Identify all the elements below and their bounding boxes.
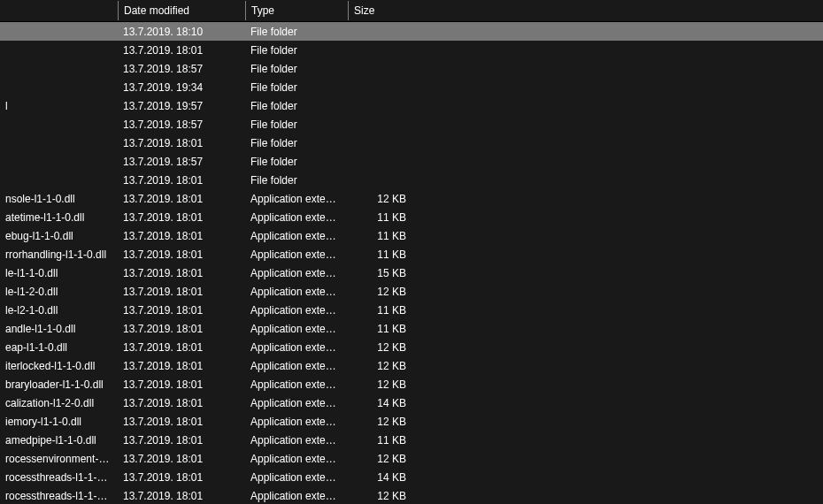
file-date-cell: 13.7.2019. 18:57 <box>118 117 245 133</box>
file-type-cell: File folder <box>245 42 348 58</box>
table-row[interactable]: ebug-l1-1-0.dll13.7.2019. 18:01Applicati… <box>0 226 823 245</box>
file-name-cell: le-l1-2-0.dll <box>0 284 118 300</box>
table-row[interactable]: rocessthreads-l1-1-1.dll13.7.2019. 18:01… <box>0 486 823 504</box>
column-header-type[interactable]: Type <box>245 1 348 20</box>
file-size-cell: 12 KB <box>348 414 417 430</box>
table-row[interactable]: andle-l1-1-0.dll13.7.2019. 18:01Applicat… <box>0 319 823 338</box>
file-date-cell: 13.7.2019. 18:01 <box>118 284 245 300</box>
file-type-cell: Application exten… <box>245 247 348 263</box>
file-type-cell: Application exten… <box>245 191 348 207</box>
file-type-cell: Application exten… <box>245 395 348 411</box>
table-row[interactable]: amedpipe-l1-1-0.dll13.7.2019. 18:01Appli… <box>0 431 823 449</box>
file-size-cell <box>348 67 417 71</box>
file-name-cell: rocessenvironment-l1… <box>0 451 118 467</box>
file-size-cell <box>348 141 417 145</box>
table-row[interactable]: braryloader-l1-1-0.dll13.7.2019. 18:01Ap… <box>0 375 823 393</box>
column-header-row: Date modified Type Size <box>0 0 823 22</box>
file-type-cell: Application exten… <box>245 488 348 504</box>
file-size-cell: 12 KB <box>348 377 417 393</box>
table-row[interactable]: nsole-l1-1-0.dll13.7.2019. 18:01Applicat… <box>0 189 823 208</box>
file-list: Date modified Type Size 13.7.2019. 18:10… <box>0 0 823 504</box>
file-date-cell: 13.7.2019. 18:01 <box>118 340 245 355</box>
file-type-cell: File folder <box>245 80 348 95</box>
file-size-cell: 11 KB <box>348 210 417 225</box>
file-size-cell: 11 KB <box>348 302 417 318</box>
file-date-cell: 13.7.2019. 18:01 <box>118 358 245 374</box>
table-row[interactable]: le-l1-2-0.dll13.7.2019. 18:01Application… <box>0 282 823 301</box>
file-date-cell: 13.7.2019. 19:34 <box>118 80 245 95</box>
file-size-cell <box>348 49 417 52</box>
file-type-cell: Application exten… <box>245 470 348 485</box>
table-row[interactable]: 13.7.2019. 18:01File folder <box>0 41 823 59</box>
table-row[interactable]: rocessthreads-l1-1-0.dll13.7.2019. 18:01… <box>0 468 823 486</box>
file-name-cell: iemory-l1-1-0.dll <box>0 414 118 430</box>
file-date-cell: 13.7.2019. 18:01 <box>118 42 245 58</box>
file-name-cell: le-l2-1-0.dll <box>0 302 118 318</box>
file-size-cell: 12 KB <box>348 191 417 207</box>
file-date-cell: 13.7.2019. 19:57 <box>118 98 245 114</box>
file-name-cell: le-l1-1-0.dll <box>0 265 118 281</box>
table-row[interactable]: 13.7.2019. 18:57File folder <box>0 59 823 78</box>
file-type-cell: File folder <box>245 24 348 40</box>
file-size-cell <box>348 30 417 34</box>
table-row[interactable]: iterlocked-l1-1-0.dll13.7.2019. 18:01App… <box>0 356 823 375</box>
file-date-cell: 13.7.2019. 18:01 <box>118 191 245 207</box>
file-size-cell: 11 KB <box>348 228 417 244</box>
table-row[interactable]: le-l2-1-0.dll13.7.2019. 18:01Application… <box>0 301 823 319</box>
file-type-cell: Application exten… <box>245 284 348 300</box>
file-date-cell: 13.7.2019. 18:01 <box>118 228 245 244</box>
column-header-date[interactable]: Date modified <box>118 1 245 20</box>
table-row[interactable]: 13.7.2019. 18:01File folder <box>0 134 823 152</box>
file-name-cell: amedpipe-l1-1-0.dll <box>0 432 118 448</box>
file-name-cell: braryloader-l1-1-0.dll <box>0 377 118 393</box>
table-row[interactable]: iemory-l1-1-0.dll13.7.2019. 18:01Applica… <box>0 412 823 431</box>
file-size-cell: 12 KB <box>348 451 417 467</box>
file-date-cell: 13.7.2019. 18:01 <box>118 377 245 393</box>
file-size-cell <box>348 179 417 182</box>
file-date-cell: 13.7.2019. 18:01 <box>118 451 245 467</box>
column-header-name[interactable] <box>0 7 118 14</box>
file-type-cell: Application exten… <box>245 414 348 430</box>
table-row[interactable]: 13.7.2019. 18:10File folder <box>0 22 823 41</box>
file-size-cell: 12 KB <box>348 358 417 374</box>
file-size-cell: 12 KB <box>348 340 417 355</box>
file-date-cell: 13.7.2019. 18:57 <box>118 61 245 77</box>
file-type-cell: File folder <box>245 61 348 77</box>
file-type-cell: Application exten… <box>245 451 348 467</box>
file-name-cell <box>0 123 118 126</box>
table-row[interactable]: l13.7.2019. 19:57File folder <box>0 96 823 115</box>
table-row[interactable]: rocessenvironment-l1…13.7.2019. 18:01App… <box>0 449 823 468</box>
table-row[interactable]: 13.7.2019. 18:57File folder <box>0 152 823 171</box>
table-row[interactable]: 13.7.2019. 19:34File folder <box>0 78 823 96</box>
column-header-size[interactable]: Size <box>348 1 417 20</box>
table-row[interactable]: atetime-l1-1-0.dll13.7.2019. 18:01Applic… <box>0 208 823 226</box>
file-type-cell: File folder <box>245 117 348 133</box>
file-name-cell: andle-l1-1-0.dll <box>0 321 118 337</box>
file-date-cell: 13.7.2019. 18:01 <box>118 488 245 504</box>
file-name-cell: atetime-l1-1-0.dll <box>0 210 118 225</box>
file-name-cell: rocessthreads-l1-1-0.dll <box>0 470 118 485</box>
table-row[interactable]: rrorhandling-l1-1-0.dll13.7.2019. 18:01A… <box>0 245 823 263</box>
file-size-cell: 15 KB <box>348 265 417 281</box>
file-size-cell: 11 KB <box>348 321 417 337</box>
file-date-cell: 13.7.2019. 18:01 <box>118 265 245 281</box>
table-row[interactable]: 13.7.2019. 18:57File folder <box>0 115 823 134</box>
table-row[interactable]: calization-l1-2-0.dll13.7.2019. 18:01App… <box>0 393 823 412</box>
file-size-cell <box>348 123 417 126</box>
file-name-cell <box>0 86 118 89</box>
file-name-cell <box>0 67 118 71</box>
table-row[interactable]: 13.7.2019. 18:01File folder <box>0 171 823 189</box>
file-name-cell <box>0 141 118 145</box>
table-row[interactable]: le-l1-1-0.dll13.7.2019. 18:01Application… <box>0 263 823 282</box>
file-date-cell: 13.7.2019. 18:01 <box>118 432 245 448</box>
file-name-cell: ebug-l1-1-0.dll <box>0 228 118 244</box>
file-size-cell: 11 KB <box>348 432 417 448</box>
file-date-cell: 13.7.2019. 18:01 <box>118 470 245 485</box>
file-size-cell: 14 KB <box>348 470 417 485</box>
file-type-cell: Application exten… <box>245 377 348 393</box>
table-row[interactable]: eap-l1-1-0.dll13.7.2019. 18:01Applicatio… <box>0 338 823 356</box>
rows-container: 13.7.2019. 18:10File folder13.7.2019. 18… <box>0 22 823 504</box>
file-type-cell: Application exten… <box>245 265 348 281</box>
file-name-cell: rrorhandling-l1-1-0.dll <box>0 247 118 263</box>
file-name-cell <box>0 49 118 52</box>
